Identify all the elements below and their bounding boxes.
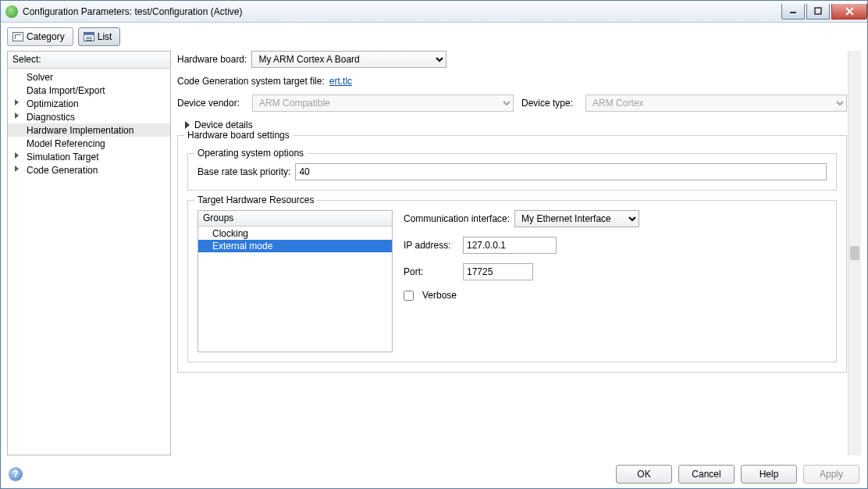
ip-input[interactable] [463,237,557,254]
groups-item[interactable]: External mode [198,240,392,252]
cancel-button[interactable]: Cancel [678,465,735,484]
tree-header: Select: [8,52,170,69]
tree-item[interactable]: Data Import/Export [8,84,170,97]
ip-label: IP address: [404,240,458,251]
verbose-row: Verbose [404,290,827,301]
apply-button: Apply [803,465,859,484]
titlebar[interactable]: Configuration Parameters: test/Configura… [1,1,867,23]
help-icon[interactable]: ? [9,467,23,481]
help-button[interactable]: Help [741,465,797,484]
codegen-row: Code Generation system target file: ert.… [177,76,847,87]
tree-items: SolverData Import/ExportOptimizationDiag… [8,69,170,455]
groups-header: Groups [198,211,392,227]
window-buttons [780,4,867,20]
comm-if-label: Communication interface: [404,213,510,224]
tree-item-label: Solver [27,72,53,83]
device-vendor-select: ARM Compatible [252,95,514,112]
target-hardware-resources: Target Hardware Resources Groups Clockin… [187,200,837,362]
list-icon [84,32,94,41]
tree-item-label: Model Referencing [27,138,105,149]
minimize-button[interactable] [781,4,805,20]
maximize-icon [814,7,822,15]
footer: ? OK Cancel Help Apply [1,460,867,488]
hardware-board-row: Hardware board: My ARM Cortex A Board [177,51,847,68]
device-type-label: Device type: [521,98,573,109]
ok-button[interactable]: OK [616,465,672,484]
tree-item[interactable]: Simulation Target [8,150,170,163]
app-icon [5,5,18,18]
verbose-label: Verbose [422,290,457,301]
tree-item-label: Optimization [27,98,79,109]
chevron-right-icon [15,152,19,159]
ip-row: IP address: [404,237,827,254]
main-panel: Hardware board: My ARM Cortex A Board Co… [177,51,861,455]
category-label: Category [27,31,65,42]
comm-if-row: Communication interface: My Ethernet Int… [404,210,827,227]
comm-panel: Communication interface: My Ethernet Int… [404,210,827,352]
chevron-right-icon [15,166,19,172]
device-type-select: ARM Cortex [585,95,847,112]
hardware-board-label: Hardware board: [177,54,247,65]
comm-if-select[interactable]: My Ethernet Interface [514,210,639,227]
hardware-board-settings: Hardware board settings Operating system… [177,135,847,373]
content-area: Category List Select: SolverData Import/… [1,23,867,488]
list-button[interactable]: List [78,27,121,46]
device-details-toggle[interactable]: Device details [177,120,847,130]
chevron-right-icon [15,99,19,105]
tree-item-label: Diagnostics [27,112,75,123]
os-options-legend: Operating system options [194,148,307,159]
port-row: Port: [404,263,827,280]
body: Select: SolverData Import/ExportOptimiza… [1,51,867,460]
maximize-button[interactable] [806,4,830,20]
base-rate-row: Base rate task priority: [197,163,827,180]
toolbar: Category List [1,23,867,51]
hw-settings-legend: Hardware board settings [184,130,293,141]
hardware-board-select[interactable]: My ARM Cortex A Board [251,51,446,68]
category-button[interactable]: Category [7,27,73,46]
thr-flex: Groups ClockingExternal mode Communicati… [197,210,827,352]
base-rate-input[interactable] [295,163,827,180]
tree-item[interactable]: Diagnostics [8,110,170,123]
tree-item-label: Hardware Implementation [27,125,133,136]
tree-item[interactable]: Solver [8,70,170,84]
tree-item[interactable]: Optimization [8,97,170,110]
tree-item[interactable]: Model Referencing [8,137,170,150]
groups-panel: Groups ClockingExternal mode [197,210,393,352]
tree-item-label: Code Generation [27,165,98,176]
window-frame: Configuration Parameters: test/Configura… [0,0,868,489]
device-details-label: Device details [194,120,253,130]
category-icon [12,32,23,41]
groups-item[interactable]: Clocking [198,227,392,240]
codegen-label: Code Generation system target file: [177,76,325,87]
base-rate-label: Base rate task priority: [197,166,290,177]
close-button[interactable] [831,4,867,20]
tree-item-label: Data Import/Export [27,85,105,96]
tree-item[interactable]: Hardware Implementation [8,123,170,137]
window-title: Configuration Parameters: test/Configura… [23,6,780,17]
list-label: List [98,31,112,42]
codegen-link[interactable]: ert.tlc [329,76,352,87]
close-icon [845,7,854,16]
port-input[interactable] [463,263,533,280]
category-tree: Select: SolverData Import/ExportOptimiza… [7,51,171,455]
thr-legend: Target Hardware Resources [194,195,317,205]
chevron-right-icon [185,121,190,129]
minimize-icon [789,7,797,15]
os-options: Operating system options Base rate task … [187,153,837,191]
vertical-scrollbar[interactable] [848,51,861,455]
scrollbar-thumb[interactable] [850,246,859,260]
device-row: Device vendor: ARM Compatible Device typ… [177,95,847,112]
groups-list: ClockingExternal mode [198,227,392,352]
verbose-checkbox[interactable] [404,291,414,301]
device-vendor-label: Device vendor: [177,98,240,109]
svg-rect-1 [815,8,821,14]
chevron-right-icon [15,112,19,119]
port-label: Port: [404,266,458,277]
tree-item[interactable]: Code Generation [8,163,170,177]
tree-item-label: Simulation Target [27,152,99,162]
